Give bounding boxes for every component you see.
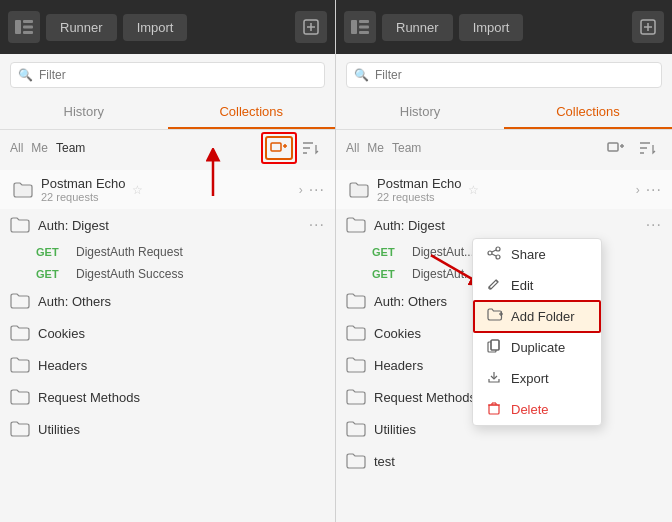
right-dots-menu[interactable]: ···	[646, 181, 662, 199]
right-auth-digest-item[interactable]: Auth: Digest ···	[336, 209, 672, 241]
tab-history-right[interactable]: History	[336, 96, 504, 129]
context-menu-delete[interactable]: Delete	[473, 394, 601, 425]
right-auth-digest-dots[interactable]: ···	[646, 216, 662, 234]
new-collection-button[interactable]	[265, 136, 293, 160]
svg-rect-42	[489, 405, 499, 414]
context-menu-share-label: Share	[511, 247, 546, 262]
right-star-icon[interactable]: ☆	[468, 183, 479, 197]
right-search-icon: 🔍	[354, 68, 369, 82]
new-tab-icon[interactable]	[295, 11, 327, 43]
dots-menu[interactable]: ···	[309, 181, 325, 199]
new-collection-wrapper	[265, 136, 293, 160]
right-filter-team[interactable]: Team	[392, 141, 421, 155]
digestauth-success-label: DigestAuth Success	[76, 267, 183, 281]
svg-line-32	[492, 254, 496, 256]
right-new-tab-icon[interactable]	[632, 11, 664, 43]
right-auth-others-name: Auth: Others	[374, 294, 447, 309]
auth-digest-dots[interactable]: ···	[309, 216, 325, 234]
right-postman-echo-name: Postman Echo	[377, 176, 462, 191]
svg-rect-18	[359, 31, 369, 34]
cookies-item[interactable]: Cookies	[0, 317, 335, 349]
right-import-button[interactable]: Import	[459, 14, 524, 41]
right-postman-echo-item[interactable]: Postman Echo 22 requests ☆ › ···	[336, 170, 672, 209]
left-tabs: History Collections	[0, 96, 335, 130]
svg-point-29	[488, 251, 492, 255]
left-collection-list: Postman Echo 22 requests ☆ › ··· Auth: D…	[0, 166, 335, 522]
auth-digest-item[interactable]: Auth: Digest ···	[0, 209, 335, 241]
svg-rect-17	[359, 26, 369, 29]
tab-history-left[interactable]: History	[0, 96, 168, 129]
right-toolbar: Runner Import	[336, 0, 672, 54]
auth-others-name: Auth: Others	[38, 294, 111, 309]
svg-line-33	[496, 280, 498, 282]
sort-button[interactable]	[297, 136, 325, 160]
auth-others-item[interactable]: Auth: Others	[0, 285, 335, 317]
add-folder-icon	[487, 308, 503, 325]
filter-all[interactable]: All	[10, 141, 23, 155]
right-postman-echo-sub: 22 requests	[377, 191, 462, 203]
context-menu-duplicate[interactable]: Duplicate	[473, 332, 601, 363]
context-menu-add-folder[interactable]: Add Folder	[473, 301, 601, 332]
tab-collections-right[interactable]: Collections	[504, 96, 672, 129]
search-icon: 🔍	[18, 68, 33, 82]
svg-rect-16	[359, 20, 369, 23]
right-utilities-name: Utilities	[374, 422, 416, 437]
svg-rect-3	[23, 31, 33, 34]
method-get-1: GET	[36, 246, 68, 258]
svg-rect-1	[23, 20, 33, 23]
right-filter-me[interactable]: Me	[367, 141, 384, 155]
right-new-collection-button[interactable]	[602, 136, 630, 160]
left-filter-row: All Me Team	[0, 130, 335, 166]
request-methods-name: Request Methods	[38, 390, 140, 405]
right-filter-all[interactable]: All	[346, 141, 359, 155]
right-method-get-1: GET	[372, 246, 404, 258]
right-method-get-2: GET	[372, 268, 404, 280]
headers-name: Headers	[38, 358, 87, 373]
digestauth-success-row[interactable]: GET DigestAuth Success	[0, 263, 335, 285]
headers-item[interactable]: Headers	[0, 349, 335, 381]
right-runner-button[interactable]: Runner	[382, 14, 453, 41]
context-menu-share[interactable]: Share	[473, 239, 601, 270]
utilities-name: Utilities	[38, 422, 80, 437]
context-menu-export[interactable]: Export	[473, 363, 601, 394]
right-filter-row: All Me Team	[336, 130, 672, 166]
left-panel: Runner Import 🔍 History Collections All …	[0, 0, 336, 522]
context-menu-export-label: Export	[511, 371, 549, 386]
right-test-item[interactable]: test	[336, 445, 672, 477]
svg-rect-39	[491, 340, 499, 350]
digestauth-request-row[interactable]: GET DigestAuth Request	[0, 241, 335, 263]
right-cookies-name: Cookies	[374, 326, 421, 341]
svg-line-31	[492, 250, 496, 252]
right-collection-actions	[602, 136, 662, 160]
export-icon	[487, 370, 503, 387]
sidebar-toggle-icon[interactable]	[8, 11, 40, 43]
right-digestauth-success-label: DigestAut...	[412, 267, 474, 281]
filter-team[interactable]: Team	[56, 141, 85, 155]
right-sort-button[interactable]	[634, 136, 662, 160]
tab-collections-left[interactable]: Collections	[168, 96, 336, 129]
left-search-input[interactable]	[10, 62, 325, 88]
context-menu-edit-label: Edit	[511, 278, 533, 293]
digestauth-request-label: DigestAuth Request	[76, 245, 183, 259]
svg-point-28	[496, 247, 500, 251]
svg-point-30	[496, 255, 500, 259]
right-test-name: test	[374, 454, 395, 469]
left-search-bar: 🔍	[0, 54, 335, 96]
utilities-item[interactable]: Utilities	[0, 413, 335, 445]
filter-me[interactable]: Me	[31, 141, 48, 155]
postman-echo-item[interactable]: Postman Echo 22 requests ☆ › ···	[0, 170, 335, 209]
star-icon[interactable]: ☆	[132, 183, 143, 197]
context-menu-edit[interactable]: Edit	[473, 270, 601, 301]
method-get-2: GET	[36, 268, 68, 280]
right-digestauth-request-label: DigestAut...	[412, 245, 474, 259]
right-search-input[interactable]	[346, 62, 662, 88]
runner-button[interactable]: Runner	[46, 14, 117, 41]
left-toolbar: Runner Import	[0, 0, 335, 54]
right-headers-name: Headers	[374, 358, 423, 373]
auth-digest-name: Auth: Digest	[38, 218, 109, 233]
request-methods-item[interactable]: Request Methods	[0, 381, 335, 413]
context-menu-duplicate-label: Duplicate	[511, 340, 565, 355]
cookies-name: Cookies	[38, 326, 85, 341]
import-button[interactable]: Import	[123, 14, 188, 41]
right-sidebar-toggle-icon[interactable]	[344, 11, 376, 43]
